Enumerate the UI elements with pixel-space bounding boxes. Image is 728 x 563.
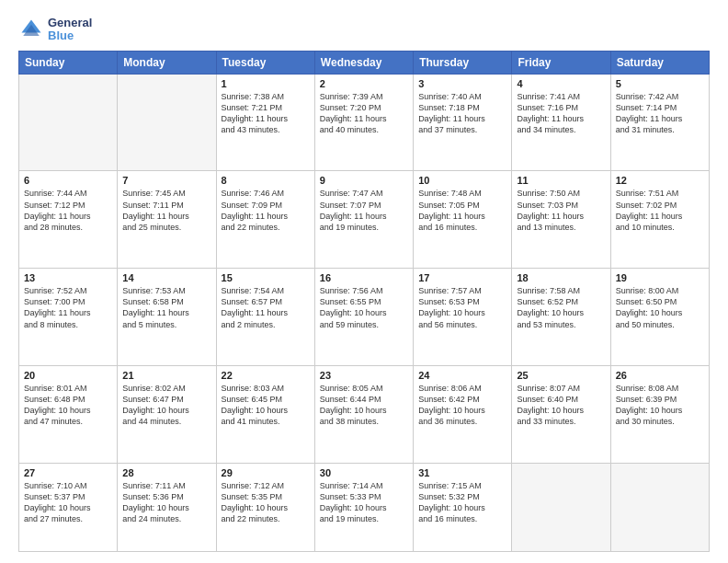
day-info: Sunrise: 7:57 AM Sunset: 6:53 PM Dayligh… (418, 285, 506, 330)
day-number: 10 (418, 175, 506, 186)
day-cell: 21Sunrise: 8:02 AM Sunset: 6:47 PM Dayli… (118, 365, 216, 463)
day-cell: 22Sunrise: 8:03 AM Sunset: 6:45 PM Dayli… (216, 365, 314, 463)
weekday-header-wednesday: Wednesday (314, 51, 413, 74)
day-info: Sunrise: 8:05 AM Sunset: 6:44 PM Dayligh… (320, 383, 408, 428)
day-cell: 24Sunrise: 8:06 AM Sunset: 6:42 PM Dayli… (414, 365, 512, 463)
day-info: Sunrise: 7:38 AM Sunset: 7:21 PM Dayligh… (222, 91, 310, 136)
logo-text: General Blue (48, 17, 92, 43)
week-row-5: 27Sunrise: 7:10 AM Sunset: 5:37 PM Dayli… (19, 463, 710, 551)
day-number: 22 (222, 370, 310, 381)
day-cell: 30Sunrise: 7:14 AM Sunset: 5:33 PM Dayli… (314, 463, 413, 551)
day-info: Sunrise: 8:07 AM Sunset: 6:40 PM Dayligh… (517, 383, 605, 428)
day-info: Sunrise: 7:53 AM Sunset: 6:58 PM Dayligh… (122, 285, 210, 330)
day-cell: 12Sunrise: 7:51 AM Sunset: 7:02 PM Dayli… (610, 171, 709, 269)
weekday-header-friday: Friday (512, 51, 610, 74)
day-number: 5 (616, 78, 704, 89)
header: General Blue (18, 17, 710, 43)
day-number: 7 (122, 175, 210, 186)
day-number: 2 (320, 78, 408, 89)
day-number: 31 (418, 467, 506, 478)
day-info: Sunrise: 7:50 AM Sunset: 7:03 PM Dayligh… (517, 188, 605, 233)
day-info: Sunrise: 7:14 AM Sunset: 5:33 PM Dayligh… (320, 480, 408, 525)
day-info: Sunrise: 7:15 AM Sunset: 5:32 PM Dayligh… (418, 480, 506, 525)
day-info: Sunrise: 7:52 AM Sunset: 7:00 PM Dayligh… (24, 285, 112, 330)
day-info: Sunrise: 7:40 AM Sunset: 7:18 PM Dayligh… (418, 91, 506, 136)
day-cell: 13Sunrise: 7:52 AM Sunset: 7:00 PM Dayli… (19, 269, 118, 366)
day-info: Sunrise: 8:02 AM Sunset: 6:47 PM Dayligh… (122, 383, 210, 428)
day-number: 17 (418, 272, 506, 283)
day-number: 30 (320, 467, 408, 478)
day-cell: 8Sunrise: 7:46 AM Sunset: 7:09 PM Daylig… (216, 171, 314, 269)
day-number: 8 (222, 175, 310, 186)
day-number: 11 (517, 175, 605, 186)
day-number: 13 (24, 272, 112, 283)
day-info: Sunrise: 7:11 AM Sunset: 5:36 PM Dayligh… (122, 480, 210, 525)
day-info: Sunrise: 7:12 AM Sunset: 5:35 PM Dayligh… (222, 480, 310, 525)
day-number: 12 (616, 175, 704, 186)
day-info: Sunrise: 7:10 AM Sunset: 5:37 PM Dayligh… (24, 480, 112, 525)
week-row-1: 1Sunrise: 7:38 AM Sunset: 7:21 PM Daylig… (19, 74, 710, 171)
weekday-header-monday: Monday (118, 51, 216, 74)
day-cell: 6Sunrise: 7:44 AM Sunset: 7:12 PM Daylig… (19, 171, 118, 269)
day-info: Sunrise: 8:00 AM Sunset: 6:50 PM Dayligh… (616, 285, 704, 330)
day-cell: 9Sunrise: 7:47 AM Sunset: 7:07 PM Daylig… (314, 171, 413, 269)
day-info: Sunrise: 8:08 AM Sunset: 6:39 PM Dayligh… (616, 383, 704, 428)
week-row-4: 20Sunrise: 8:01 AM Sunset: 6:48 PM Dayli… (19, 365, 710, 463)
day-cell: 28Sunrise: 7:11 AM Sunset: 5:36 PM Dayli… (118, 463, 216, 551)
day-cell: 10Sunrise: 7:48 AM Sunset: 7:05 PM Dayli… (414, 171, 512, 269)
day-number: 26 (616, 370, 704, 381)
day-cell: 15Sunrise: 7:54 AM Sunset: 6:57 PM Dayli… (216, 269, 314, 366)
day-number: 27 (24, 467, 112, 478)
day-cell: 17Sunrise: 7:57 AM Sunset: 6:53 PM Dayli… (414, 269, 512, 366)
day-cell: 20Sunrise: 8:01 AM Sunset: 6:48 PM Dayli… (19, 365, 118, 463)
day-info: Sunrise: 8:03 AM Sunset: 6:45 PM Dayligh… (222, 383, 310, 428)
day-cell: 11Sunrise: 7:50 AM Sunset: 7:03 PM Dayli… (512, 171, 610, 269)
day-cell: 1Sunrise: 7:38 AM Sunset: 7:21 PM Daylig… (216, 74, 314, 171)
weekday-header-tuesday: Tuesday (216, 51, 314, 74)
day-cell: 25Sunrise: 8:07 AM Sunset: 6:40 PM Dayli… (512, 365, 610, 463)
day-cell: 14Sunrise: 7:53 AM Sunset: 6:58 PM Dayli… (118, 269, 216, 366)
day-cell: 19Sunrise: 8:00 AM Sunset: 6:50 PM Dayli… (610, 269, 709, 366)
day-cell: 27Sunrise: 7:10 AM Sunset: 5:37 PM Dayli… (19, 463, 118, 551)
day-number: 20 (24, 370, 112, 381)
week-row-2: 6Sunrise: 7:44 AM Sunset: 7:12 PM Daylig… (19, 171, 710, 269)
day-info: Sunrise: 7:47 AM Sunset: 7:07 PM Dayligh… (320, 188, 408, 233)
logo: General Blue (18, 17, 92, 43)
weekday-header-thursday: Thursday (414, 51, 512, 74)
calendar-table: SundayMondayTuesdayWednesdayThursdayFrid… (18, 51, 710, 552)
day-number: 21 (122, 370, 210, 381)
day-cell: 26Sunrise: 8:08 AM Sunset: 6:39 PM Dayli… (610, 365, 709, 463)
day-cell: 29Sunrise: 7:12 AM Sunset: 5:35 PM Dayli… (216, 463, 314, 551)
day-info: Sunrise: 7:44 AM Sunset: 7:12 PM Dayligh… (24, 188, 112, 233)
logo-icon (18, 17, 44, 42)
day-cell: 4Sunrise: 7:41 AM Sunset: 7:16 PM Daylig… (512, 74, 610, 171)
day-cell: 2Sunrise: 7:39 AM Sunset: 7:20 PM Daylig… (314, 74, 413, 171)
day-number: 15 (222, 272, 310, 283)
weekday-header-sunday: Sunday (19, 51, 118, 74)
day-number: 1 (222, 78, 310, 89)
day-number: 9 (320, 175, 408, 186)
day-number: 29 (222, 467, 310, 478)
day-info: Sunrise: 7:54 AM Sunset: 6:57 PM Dayligh… (222, 285, 310, 330)
day-cell (512, 463, 610, 551)
day-info: Sunrise: 7:58 AM Sunset: 6:52 PM Dayligh… (517, 285, 605, 330)
day-cell: 16Sunrise: 7:56 AM Sunset: 6:55 PM Dayli… (314, 269, 413, 366)
day-cell: 5Sunrise: 7:42 AM Sunset: 7:14 PM Daylig… (610, 74, 709, 171)
day-cell (610, 463, 709, 551)
day-info: Sunrise: 8:01 AM Sunset: 6:48 PM Dayligh… (24, 383, 112, 428)
weekday-header-row: SundayMondayTuesdayWednesdayThursdayFrid… (19, 51, 710, 74)
day-number: 23 (320, 370, 408, 381)
day-info: Sunrise: 7:51 AM Sunset: 7:02 PM Dayligh… (616, 188, 704, 233)
day-number: 18 (517, 272, 605, 283)
day-number: 14 (122, 272, 210, 283)
day-cell (19, 74, 118, 171)
day-info: Sunrise: 7:56 AM Sunset: 6:55 PM Dayligh… (320, 285, 408, 330)
day-number: 4 (517, 78, 605, 89)
day-cell: 18Sunrise: 7:58 AM Sunset: 6:52 PM Dayli… (512, 269, 610, 366)
day-cell: 3Sunrise: 7:40 AM Sunset: 7:18 PM Daylig… (414, 74, 512, 171)
day-info: Sunrise: 7:46 AM Sunset: 7:09 PM Dayligh… (222, 188, 310, 233)
day-number: 6 (24, 175, 112, 186)
page: General Blue SundayMondayTuesdayWednesda… (0, 0, 728, 563)
day-number: 25 (517, 370, 605, 381)
day-number: 19 (616, 272, 704, 283)
